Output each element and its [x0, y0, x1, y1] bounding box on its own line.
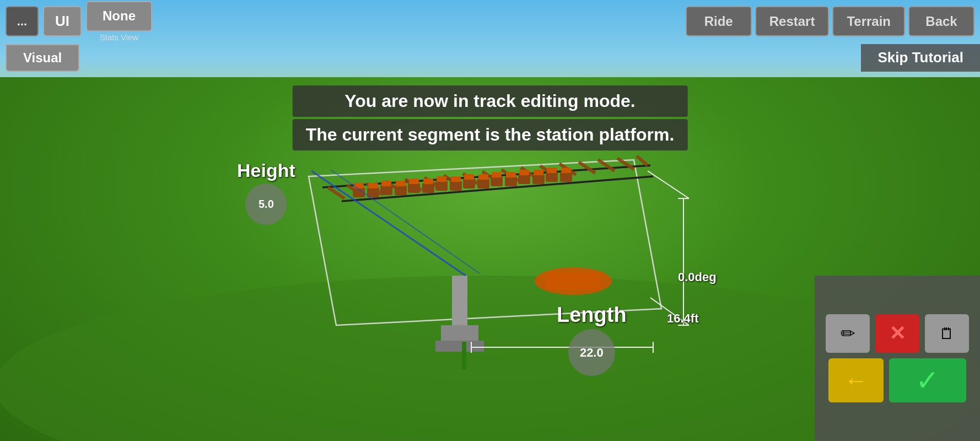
back-button[interactable]: Back	[908, 6, 974, 36]
height-label-container: Height 5.0	[237, 160, 295, 225]
ui-button[interactable]: UI	[43, 6, 82, 36]
length-value: 22.0	[580, 346, 604, 360]
pen-icon-button[interactable]: ✏	[826, 314, 870, 353]
height-circle: 5.0	[245, 184, 287, 225]
pen-icon: ✏	[841, 323, 855, 344]
red-x-icon: ✕	[889, 322, 906, 345]
top-toolbar: ... UI None Stats View Ride Restart Terr…	[0, 0, 980, 42]
check-icon: ✓	[916, 364, 940, 397]
second-toolbar: Visual Skip Tutorial	[0, 42, 980, 73]
length-title: Length	[557, 303, 627, 327]
clipboard-icon: 🗒	[939, 325, 955, 343]
tutorial-line-2: The current segment is the station platf…	[293, 119, 688, 150]
controls-top-row: ✏ ✕ 🗒	[826, 314, 969, 353]
delete-button[interactable]: ✕	[875, 314, 919, 353]
confirm-button[interactable]: ✓	[889, 358, 966, 402]
controls-bottom-row: ← ✓	[828, 358, 966, 402]
skip-tutorial-button[interactable]: Skip Tutorial	[861, 44, 980, 72]
tutorial-line-1: You are now in track editing mode.	[293, 85, 688, 117]
ft-text: 16.4ft	[667, 311, 698, 326]
none-button[interactable]: None	[86, 1, 152, 31]
ride-button[interactable]: Ride	[686, 6, 752, 36]
restart-button[interactable]: Restart	[755, 6, 830, 36]
terrain-button[interactable]: Terrain	[832, 6, 905, 36]
visual-button[interactable]: Visual	[6, 44, 79, 72]
height-value: 5.0	[259, 198, 274, 211]
none-container: None Stats View	[86, 1, 152, 42]
back-arrow-button[interactable]: ←	[828, 358, 884, 402]
length-label-container: Length 22.0	[557, 303, 627, 376]
clipboard-button[interactable]: 🗒	[925, 314, 969, 353]
top-bar-right: Ride Restart Terrain Back	[686, 6, 974, 36]
angle-text: 0.0deg	[678, 270, 717, 284]
back-arrow-icon: ←	[844, 367, 868, 394]
ellipsis-button[interactable]: ...	[6, 6, 39, 36]
controls-panel: ✏ ✕ 🗒 ← ✓	[815, 276, 980, 441]
stats-view-label: Stats View	[100, 33, 139, 42]
height-title: Height	[237, 160, 295, 181]
length-circle: 22.0	[568, 329, 615, 376]
tutorial-overlay: You are now in track editing mode. The c…	[293, 85, 688, 153]
